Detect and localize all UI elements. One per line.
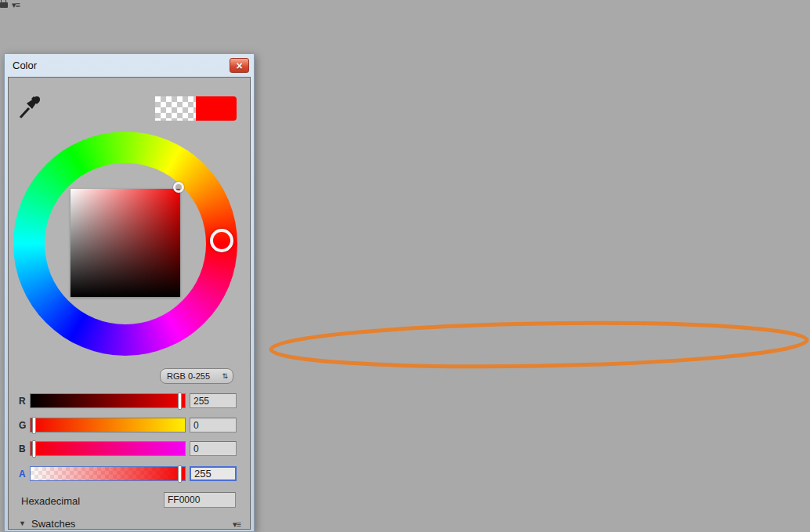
color-window-titlebar[interactable]: Color × xyxy=(5,54,254,77)
slider-value-r[interactable] xyxy=(190,393,237,408)
panel-menu-icon: ▾≡ xyxy=(12,0,20,10)
hexadecimal-field[interactable] xyxy=(164,492,236,508)
color-window-content: RGB 0-255 ⇅ R G B xyxy=(8,77,251,530)
slider-value-g[interactable] xyxy=(190,418,237,432)
close-icon: × xyxy=(236,60,242,71)
swatches-menu-icon[interactable]: ▾≡ xyxy=(233,519,240,530)
sv-selector[interactable] xyxy=(173,182,184,193)
slider-label: G xyxy=(19,420,26,431)
color-picker-window: Color × xyxy=(4,53,255,532)
close-button[interactable]: × xyxy=(230,58,249,73)
slider-track-r[interactable] xyxy=(30,393,186,408)
slider-value-b[interactable] xyxy=(190,441,237,456)
color-preview-alpha xyxy=(155,96,196,121)
slider-track-b[interactable] xyxy=(30,441,186,456)
hexadecimal-label: Hexadecimal xyxy=(21,495,80,507)
slider-row-r: R xyxy=(9,393,251,409)
popup-arrows-icon: ⇅ xyxy=(222,372,228,380)
color-mode-dropdown[interactable]: RGB 0-255 ⇅ xyxy=(160,368,233,384)
slider-row-b: B xyxy=(9,441,251,457)
slider-handle[interactable] xyxy=(178,465,182,483)
swatches-row[interactable]: ▼ Swatches ▾≡ xyxy=(9,516,251,532)
background-lock-menu: ▾≡ xyxy=(0,0,20,10)
slider-handle[interactable] xyxy=(32,440,36,458)
hue-selector[interactable] xyxy=(210,229,233,252)
lock-icon xyxy=(0,2,8,8)
slider-row-a: A xyxy=(9,466,251,482)
swatches-label: Swatches xyxy=(31,518,75,530)
slider-value-a[interactable] xyxy=(190,466,237,481)
slider-label: R xyxy=(19,396,26,407)
color-window-title: Color xyxy=(13,60,37,71)
foldout-icon[interactable]: ▼ xyxy=(19,519,26,527)
screenshot-root: ▾≡ i Inspector Services Na xyxy=(0,0,810,532)
slider-row-g: G xyxy=(9,418,251,433)
slider-label: B xyxy=(19,443,26,454)
slider-handle[interactable] xyxy=(178,393,182,410)
slider-label: A xyxy=(19,469,26,480)
color-preview-solid xyxy=(196,96,237,121)
eyedropper-tool-icon[interactable] xyxy=(18,93,42,120)
slider-track-a[interactable] xyxy=(30,466,186,481)
sv-square[interactable] xyxy=(71,189,180,297)
slider-handle[interactable] xyxy=(32,417,36,434)
slider-track-g[interactable] xyxy=(30,418,186,432)
color-mode-value: RGB 0-255 xyxy=(167,371,210,381)
